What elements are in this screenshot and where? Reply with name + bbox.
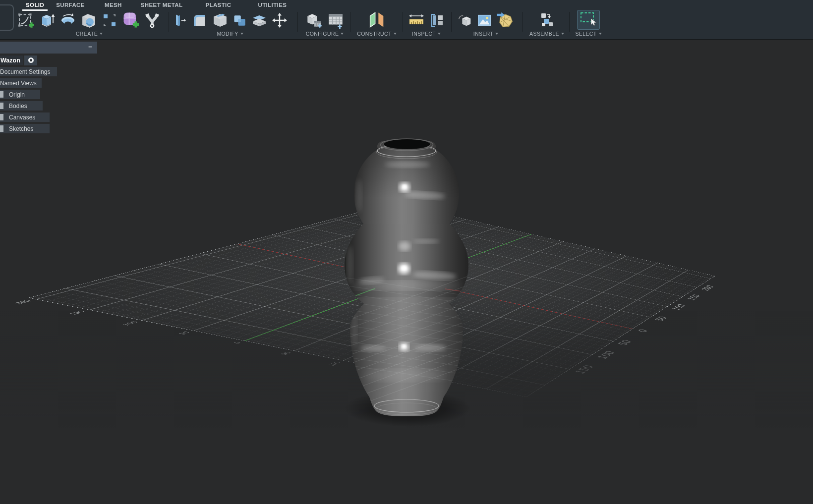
grid-label: 200 xyxy=(0,299,34,308)
pipe-icon[interactable] xyxy=(143,11,161,30)
inspect-dropdown[interactable]: INSPECT xyxy=(412,31,441,37)
revolve-icon[interactable] xyxy=(59,11,77,30)
split-body-icon[interactable] xyxy=(250,11,268,30)
visibility-bulb-icon[interactable] xyxy=(0,125,3,132)
tab-surface[interactable]: SURFACE xyxy=(56,2,85,8)
browser-item-bodies[interactable]: Bodies xyxy=(0,101,104,111)
grid-label: 100 xyxy=(669,303,688,311)
hole-icon[interactable] xyxy=(79,11,98,30)
group-select: SELECT xyxy=(575,10,602,37)
press-pull-icon[interactable] xyxy=(172,11,188,30)
select-icon[interactable] xyxy=(577,10,600,30)
combine-icon[interactable] xyxy=(232,11,248,30)
group-create: CREATE xyxy=(15,10,164,37)
visibility-ring-icon[interactable] xyxy=(24,56,37,65)
tab-solid[interactable]: SOLID xyxy=(26,2,44,8)
visibility-bulb-icon[interactable] xyxy=(0,114,3,120)
group-insert: INSERT xyxy=(456,10,516,37)
measure-icon[interactable] xyxy=(407,11,425,30)
browser-item-canvases[interactable]: Canvases xyxy=(0,112,104,122)
chevron-down-icon xyxy=(438,33,441,35)
tab-sheet-metal[interactable]: SHEET METAL xyxy=(141,2,183,8)
chevron-down-icon xyxy=(495,33,498,35)
visibility-bulb-icon[interactable] xyxy=(0,91,3,98)
new-component-icon[interactable] xyxy=(538,11,556,30)
modify-dropdown[interactable]: MODIFY xyxy=(217,31,243,37)
group-modify: MODIFY xyxy=(171,10,290,37)
derive-icon[interactable] xyxy=(457,11,473,30)
configuration-icon[interactable] xyxy=(305,11,324,30)
group-construct: CONSTRUCT xyxy=(354,10,400,37)
chevron-down-icon xyxy=(394,33,397,35)
group-configure: CONFIGURE xyxy=(303,10,346,37)
browser-item-origin[interactable]: Origin xyxy=(0,90,104,99)
browser-item-document[interactable]: Wazon xyxy=(0,56,104,65)
grid-fade xyxy=(0,311,813,445)
tab-utilities[interactable]: UTILITIES xyxy=(258,2,287,8)
fillet-icon[interactable] xyxy=(190,11,208,30)
grid-label: 150 xyxy=(684,293,702,301)
visibility-bulb-icon[interactable] xyxy=(0,103,3,109)
chevron-down-icon xyxy=(599,33,602,35)
chevron-down-icon xyxy=(100,33,103,35)
create-dropdown[interactable]: CREATE xyxy=(76,31,103,37)
insert-mesh-icon[interactable] xyxy=(495,10,515,30)
extrude-icon[interactable] xyxy=(39,11,57,30)
canvas-icon[interactable] xyxy=(476,11,493,30)
tab-plastic[interactable]: PLASTIC xyxy=(205,2,231,8)
vase-opening xyxy=(384,139,430,150)
move-icon[interactable] xyxy=(271,11,289,30)
construction-plane-icon[interactable] xyxy=(367,10,387,30)
configuration-table-icon[interactable] xyxy=(326,11,345,30)
configure-dropdown[interactable]: CONFIGURE xyxy=(306,31,344,37)
grid-label: 200 xyxy=(698,284,716,291)
fusion-window: 200 150 100 50 0 50 100 150 200 150 100 … xyxy=(0,0,813,504)
create-sketch-icon[interactable] xyxy=(17,11,36,30)
tab-mesh[interactable]: MESH xyxy=(105,2,122,8)
insert-dropdown[interactable]: INSERT xyxy=(473,31,499,37)
assemble-dropdown[interactable]: ASSEMBLE xyxy=(529,31,564,37)
browser-item-document-settings[interactable]: Document Settings xyxy=(0,67,104,76)
select-dropdown[interactable]: SELECT xyxy=(575,31,601,37)
group-inspect: INSPECT xyxy=(406,10,447,37)
browser-item-named-views[interactable]: Named Views xyxy=(0,78,104,88)
group-assemble: ASSEMBLE xyxy=(527,10,567,37)
toolbar: SOLID SURFACE MESH SHEET METAL PLASTIC U… xyxy=(0,0,813,40)
viewport-3d[interactable]: 200 150 100 50 0 50 100 150 200 150 100 … xyxy=(0,0,813,504)
workspace-tabs: SOLID SURFACE MESH SHEET METAL PLASTIC U… xyxy=(0,0,813,9)
chevron-down-icon xyxy=(240,33,243,35)
collapse-icon[interactable]: – xyxy=(88,43,92,51)
browser-item-sketches[interactable]: Sketches xyxy=(0,124,104,133)
browser-panel: – Wazon Document Settings Named Views Or… xyxy=(0,42,104,133)
chevron-down-icon xyxy=(341,33,344,35)
construct-dropdown[interactable]: CONSTRUCT xyxy=(357,31,397,37)
section-analysis-icon[interactable] xyxy=(428,11,446,30)
browser-header[interactable]: – xyxy=(0,42,97,54)
create-form-icon[interactable] xyxy=(121,10,141,30)
tool-ribbon: CREATE MODIFY xyxy=(0,9,813,39)
pattern-icon[interactable] xyxy=(101,11,118,30)
shell-icon[interactable] xyxy=(211,11,230,30)
chevron-down-icon xyxy=(561,33,564,35)
